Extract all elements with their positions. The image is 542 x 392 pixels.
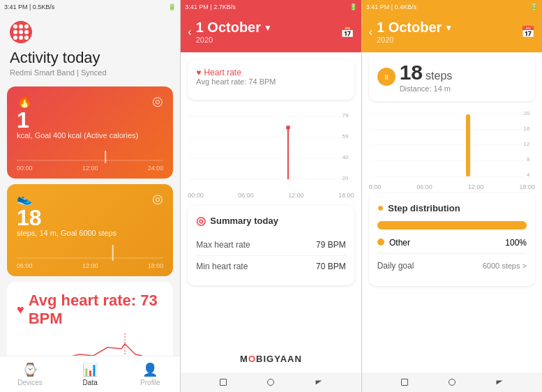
sys-circle-3[interactable] [447,377,457,387]
status-icons-3: 🔋 [530,3,538,10]
panel-heart-rate: 3:41 PM | 2.7KB/s 🔋 ‹ 1 October ▼ 2020 📅… [181,0,361,392]
status-time-2: 3:41 PM | 2.7KB/s [185,3,235,10]
status-bar-2: 3:41 PM | 2.7KB/s 🔋 [181,0,361,14]
status-bar-1: 3:41 PM | 0.5KB/s 🔋 [0,0,180,14]
dist-title: ● Step distribution [377,202,527,214]
pause-icon: ⏸ [377,68,396,86]
panel3-nav: ‹ 1 October ▼ 2020 📅 [369,18,535,45]
steps-dropdown-icon: ▼ [444,23,453,33]
dist-bar [377,221,527,229]
data-icon: 📊 [82,362,98,377]
min-hr-label: Min heart rate [196,262,248,271]
svg-text:79: 79 [342,112,349,119]
hr-subtitle: Avg heart rate: 74 BPM [196,77,345,86]
dist-icon: ● [377,202,384,214]
panel-steps: 3:41 PM | 0.4KB/s 🔋 ‹ 1 October ▼ 2020 📅… [362,0,542,392]
min-hr-row: Min heart rate 70 BPM [196,256,345,277]
steps-calendar-icon[interactable]: 📅 [521,25,535,38]
nav-devices[interactable]: ⌚ Devices [0,356,60,392]
steps-chart-x-labels: 0:00 06:00 12:00 18:00 [362,183,542,190]
panel1-header [0,14,180,46]
watermark: MOBIGYAAN [240,354,302,364]
max-hr-value: 79 BPM [316,240,346,250]
grid-icon [13,24,29,40]
cal-number: 1 [17,109,163,131]
steps-chart-svg: 20 16 12 8 4 [369,107,535,183]
profile-icon: 👤 [142,362,158,377]
cal-times: 00:00 12:00 24:00 [17,165,163,172]
min-hr-value: 70 BPM [316,262,346,271]
hr-title: ♥ Heart rate [196,68,345,77]
step-distribution-section: ● Step distribution Other 100% Daily goa… [369,193,535,286]
sys-nav-2 [181,372,361,392]
steps-distance: Distance: 14 m [400,84,453,93]
status-icons-1: 🔋 [168,3,176,10]
status-icons-2: 🔋 [349,3,357,10]
svg-rect-2 [112,245,114,261]
heart-rate-chart-card: ♥ Heart rate Avg heart rate: 74 BPM [188,59,354,100]
summary-title: ◎ Summary today [196,214,345,227]
summary-section: ◎ Summary today Max heart rate 79 BPM Mi… [188,206,354,285]
svg-rect-25 [466,114,470,176]
steps-summary-card: ⏸ 18 steps Distance: 14 m [369,52,535,101]
cal-chart [17,144,163,163]
max-hr-label: Max heart rate [196,240,250,250]
status-bar-3: 3:41 PM | 0.4KB/s 🔋 [362,0,542,14]
panel2-year: 2020 [196,36,340,44]
cal-label: kcal, Goal 400 kcal (Active calories) [17,131,163,140]
svg-point-14 [286,126,290,130]
status-time-1: 3:41 PM | 0.5KB/s [4,3,54,10]
app-icon[interactable] [10,21,32,43]
panel-activity: 3:41 PM | 0.5KB/s 🔋 Activity today Redmi… [0,0,180,392]
dist-dot [377,239,384,246]
nav-data[interactable]: 📊 Data [60,356,120,392]
status-time-3: 3:41 PM | 0.4KB/s [366,3,416,10]
panel2-date: 1 October ▼ [196,20,340,36]
heart-chart-container: 79 59 40 20 [188,107,354,190]
heart-detail-icon: ♥ [196,68,201,77]
panel3-year: 2020 [377,36,521,44]
goal-label: Daily goal [377,261,414,271]
summary-icon: ◎ [196,214,206,227]
svg-text:4: 4 [527,172,530,178]
chart-x-labels: 00:00 06:00 12:00 18:00 [181,190,361,200]
heart-chart-svg: 79 59 40 20 [188,107,354,190]
steps-ring-icon: ◎ [152,191,163,206]
calendar-icon[interactable]: 📅 [340,25,354,38]
dist-other-row: Other 100% [377,235,527,250]
svg-rect-0 [105,151,106,163]
goal-value: 6000 steps > [483,262,527,270]
flame-icon: 🔥 [17,93,32,109]
svg-text:20: 20 [523,110,529,116]
sys-back-2[interactable] [314,377,324,387]
activity-subtitle: Redmi Smart Band | Synced [0,68,180,84]
svg-text:12: 12 [523,141,529,147]
bottom-nav: ⌚ Devices 📊 Data 👤 Profile [0,356,180,392]
steps-icon: 👟 [17,191,32,206]
nav-profile[interactable]: 👤 Profile [120,356,180,392]
sys-square-2[interactable] [218,377,228,387]
steps-label: steps, 14 m, Goal 6000 steps [17,229,163,237]
avg-heart-rate: Avg heart rate: 73 BPM [29,292,164,328]
steps-count: 18 [400,61,423,84]
steps-chart [17,241,163,261]
dropdown-icon: ▼ [264,23,272,33]
sys-circle-2[interactable] [266,377,276,387]
panel3-header: ‹ 1 October ▼ 2020 📅 [362,14,542,52]
panel2-header: ‹ 1 October ▼ 2020 📅 [181,14,361,52]
steps-chart-container: 20 16 12 8 4 [369,107,535,183]
svg-text:8: 8 [527,156,530,163]
sys-square-3[interactable] [400,377,409,387]
steps-times: 06:00 12:00 18:00 [17,262,163,269]
steps-unit: steps [426,70,452,82]
dist-other-pct: 100% [505,238,527,248]
daily-goal-row: Daily goal 6000 steps > [377,253,527,278]
heart-icon: ♥ [17,303,24,317]
steps-card: 👟 ◎ 18 steps, 14 m, Goal 6000 steps 06:0… [7,184,173,276]
svg-text:20: 20 [342,175,349,181]
devices-icon: ⌚ [22,362,38,377]
svg-text:16: 16 [523,126,529,132]
panel2-nav: ‹ 1 October ▼ 2020 📅 [188,18,354,45]
svg-text:40: 40 [342,154,349,160]
sys-back-3[interactable] [495,377,504,387]
